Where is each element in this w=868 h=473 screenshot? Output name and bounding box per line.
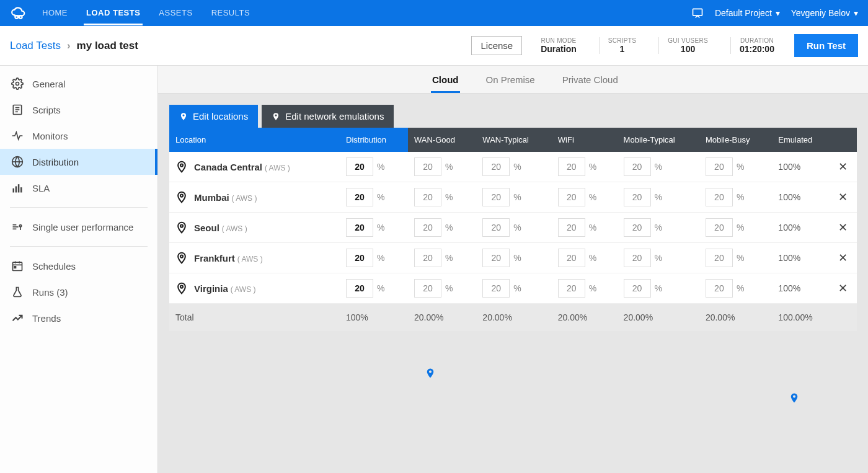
- delete-row-button[interactable]: ✕: [838, 252, 848, 264]
- distribution-panel: Edit locations Edit network emulations L…: [158, 94, 868, 473]
- emulated-cell: 100%: [772, 213, 832, 243]
- license-button[interactable]: License: [471, 36, 522, 55]
- run-test-button[interactable]: Run Test: [794, 34, 858, 57]
- edit-locations-button[interactable]: Edit locations: [169, 105, 258, 128]
- pin-icon: [175, 159, 188, 174]
- totals-row: Total100%20.00%20.00%20.00%20.00%20.00%1…: [169, 304, 857, 332]
- percent-label: %: [737, 223, 744, 232]
- col-emulated: Emulated: [772, 128, 832, 152]
- delete-row-button[interactable]: ✕: [838, 161, 848, 173]
- percent-input[interactable]: [414, 157, 441, 176]
- percent-input[interactable]: [624, 218, 651, 237]
- breadcrumb-parent[interactable]: Load Tests: [10, 40, 61, 52]
- percent-input[interactable]: [558, 157, 585, 176]
- col-mobile-busy: Mobile-Busy: [699, 128, 772, 152]
- pin-icon: [175, 281, 188, 296]
- percent-input[interactable]: [624, 157, 651, 176]
- edit-emulations-label: Edit network emulations: [285, 111, 384, 122]
- percent-input[interactable]: [482, 157, 510, 176]
- svg-point-27: [180, 255, 183, 257]
- svg-point-17: [19, 225, 21, 227]
- cell: %: [552, 182, 618, 213]
- topbar: HOMELOAD TESTSASSETSRESULTS Default Proj…: [0, 0, 868, 26]
- percent-input[interactable]: [624, 249, 651, 267]
- percent-input[interactable]: [346, 249, 373, 267]
- percent-input[interactable]: [482, 218, 510, 237]
- delete-row-button[interactable]: ✕: [838, 282, 848, 294]
- cell: %: [408, 273, 476, 304]
- percent-label: %: [737, 162, 744, 172]
- percent-input[interactable]: [346, 188, 373, 206]
- percent-input[interactable]: [558, 188, 585, 206]
- sidebar-item-monitors[interactable]: Monitors: [0, 123, 157, 149]
- location-provider: ( AWS ): [232, 194, 257, 203]
- nav-home[interactable]: HOME: [40, 1, 70, 25]
- tab-on-premise[interactable]: On Premise: [485, 66, 536, 93]
- percent-input[interactable]: [558, 279, 585, 298]
- location-cell: Canada Central ( AWS ): [175, 159, 334, 174]
- percent-input[interactable]: [706, 157, 733, 176]
- percent-input[interactable]: [482, 249, 510, 267]
- pulse-icon: [11, 130, 24, 142]
- edit-emulations-button[interactable]: Edit network emulations: [262, 105, 394, 128]
- pin-icon: [175, 190, 188, 205]
- nav-assets[interactable]: ASSETS: [156, 1, 195, 25]
- sidebar-item-trends[interactable]: Trends: [0, 305, 157, 331]
- sidebar-separator: [10, 246, 148, 247]
- sidebar-item-distribution[interactable]: Distribution: [0, 149, 157, 175]
- delete-row-button[interactable]: ✕: [838, 221, 848, 234]
- user-icon: [11, 221, 24, 233]
- table-row: Canada Central ( AWS )%%%%%%100%✕: [169, 152, 857, 182]
- tab-cloud[interactable]: Cloud: [431, 66, 460, 93]
- metric-scripts: SCRIPTS1: [599, 37, 645, 54]
- nav-results[interactable]: RESULTS: [209, 1, 253, 25]
- feedback-icon[interactable]: [691, 7, 704, 19]
- sidebar-item-scripts[interactable]: Scripts: [0, 97, 157, 123]
- tab-private-cloud[interactable]: Private Cloud: [561, 66, 619, 93]
- sidebar-item-label: Scripts: [32, 105, 61, 115]
- sidebar-item-label: General: [32, 79, 65, 89]
- percent-input[interactable]: [414, 249, 441, 267]
- cell: %: [618, 273, 699, 304]
- nav-load-tests[interactable]: LOAD TESTS: [84, 1, 143, 25]
- sidebar-item-single-user-performance[interactable]: Single user performance: [0, 214, 157, 240]
- cell: %: [618, 182, 699, 213]
- cell: %: [476, 213, 551, 243]
- percent-input[interactable]: [706, 279, 733, 298]
- subheader: Load Tests › my load test License RUN MO…: [0, 26, 868, 66]
- svg-rect-2: [693, 9, 702, 15]
- percent-input[interactable]: [624, 279, 651, 298]
- sidebar-item-runs-3-[interactable]: Runs (3): [0, 279, 157, 305]
- percent-input[interactable]: [414, 218, 441, 237]
- percent-input[interactable]: [706, 188, 733, 206]
- percent-label: %: [445, 253, 453, 263]
- project-dropdown[interactable]: Default Project▾: [715, 8, 780, 18]
- percent-input[interactable]: [706, 218, 733, 237]
- percent-input[interactable]: [706, 249, 733, 267]
- percent-input[interactable]: [624, 188, 651, 206]
- percent-input[interactable]: [558, 218, 585, 237]
- percent-input[interactable]: [346, 157, 373, 176]
- sidebar-item-general[interactable]: General: [0, 71, 157, 97]
- emulated-cell: 100%: [772, 273, 832, 304]
- percent-input[interactable]: [558, 249, 585, 267]
- user-dropdown[interactable]: Yevgeniy Belov▾: [791, 8, 858, 18]
- table-row: Mumbai ( AWS )%%%%%%100%✕: [169, 182, 857, 213]
- location-name: Canada Central: [194, 162, 262, 172]
- sidebar-item-schedules[interactable]: Schedules: [0, 253, 157, 279]
- cell: %: [552, 213, 618, 243]
- col-wan-good: WAN-Good: [408, 128, 476, 152]
- delete-row-button[interactable]: ✕: [838, 191, 848, 203]
- svg-point-26: [180, 224, 183, 227]
- percent-input[interactable]: [346, 279, 373, 298]
- sidebar-item-sla[interactable]: SLA: [0, 175, 157, 201]
- percent-input[interactable]: [346, 218, 373, 237]
- percent-input[interactable]: [482, 279, 510, 298]
- percent-input[interactable]: [414, 279, 441, 298]
- metric-run-mode: RUN MODEDuration: [532, 37, 585, 54]
- location-name: Seoul: [194, 223, 219, 233]
- percent-input[interactable]: [414, 188, 441, 206]
- percent-label: %: [445, 223, 453, 232]
- percent-input[interactable]: [482, 188, 510, 206]
- script-icon: [11, 104, 24, 116]
